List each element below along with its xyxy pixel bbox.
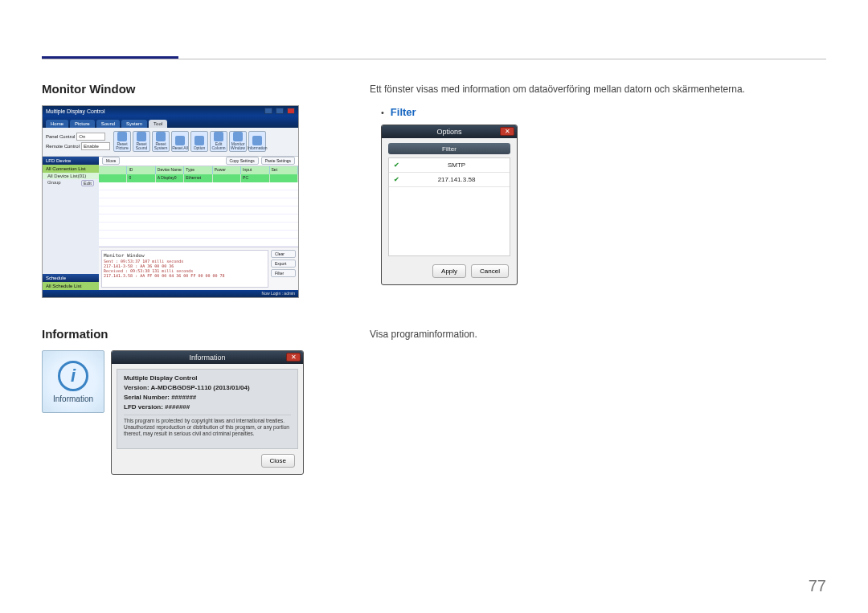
monitor-window-desc: Ett fönster visas med information om dat… (370, 82, 826, 96)
monitor-window-heading: Monitor Window (42, 82, 363, 96)
sidebar-header-schedule: Schedule (43, 274, 99, 282)
option-button[interactable]: Option (190, 131, 208, 152)
table-row[interactable]: 0 A Display0 Ethernet PC (99, 174, 298, 182)
info-serial: Serial Number: ####### (124, 394, 291, 401)
reset-picture-icon (117, 132, 127, 141)
list-item[interactable]: ✔ SMTP (389, 158, 510, 173)
panel-control-label: Panel Control (46, 134, 75, 139)
tab-system[interactable]: System (121, 120, 147, 128)
paste-settings-button[interactable]: Paste Settings (261, 157, 295, 165)
info-icon (252, 136, 262, 145)
gear-icon (194, 136, 204, 145)
table-header-row: ID Device Name Type Power Input Set (99, 166, 298, 174)
maximize-icon[interactable] (276, 108, 284, 114)
cancel-button[interactable]: Cancel (471, 264, 509, 278)
sidebar-group: Group Edit (43, 179, 99, 187)
reset-system-icon (156, 132, 166, 141)
tab-sound[interactable]: Sound (96, 120, 120, 128)
options-dialog: Options ✕ Filter ✔ SMTP ✔ 217.141.3.58 A… (381, 125, 518, 285)
mdc-sidebar: LFD Device All Connection List All Devic… (43, 157, 99, 290)
mdc-tabs: Home Picture Sound System Tool (43, 116, 298, 127)
options-subtitle: Filter (388, 143, 510, 154)
options-list: ✔ SMTP ✔ 217.141.3.58 (388, 157, 510, 256)
information-tile[interactable]: i Information (42, 350, 104, 413)
sidebar-all-schedule[interactable]: All Schedule List (43, 282, 99, 290)
close-icon[interactable]: ✕ (500, 127, 514, 136)
options-titlebar: Options ✕ (382, 125, 517, 138)
mdc-window-controls (263, 108, 295, 115)
monitor-window-button[interactable]: Monitor Window (229, 131, 247, 152)
mdc-device-table: ID Device Name Type Power Input Set 0 A … (99, 166, 298, 247)
reset-sound-button[interactable]: Reset Sound (133, 131, 150, 152)
information-button[interactable]: Information (248, 131, 266, 152)
list-item[interactable]: ✔ 217.141.3.58 (389, 173, 510, 187)
info-version: Version: A-MDCBGDSP-1110 (2013/01/04) (124, 384, 291, 391)
filter-button[interactable]: Filter (271, 269, 296, 277)
information-dialog-title: Information ✕ (112, 351, 303, 364)
reset-sound-icon (137, 132, 146, 141)
mdc-app-title: Multiple Display Control (46, 108, 105, 114)
reset-all-button[interactable]: Reset All (171, 131, 189, 152)
info-product: Multiple Display Control (124, 374, 291, 382)
mdc-app-screenshot: Multiple Display Control Home Picture So… (42, 105, 299, 298)
mdc-toolbar: Panel Control On Remote Control Enable R… (43, 128, 298, 157)
edit-column-icon (214, 132, 223, 141)
sidebar-device-count[interactable]: All Device List(01) (43, 173, 99, 179)
filter-label: Filter (391, 106, 416, 118)
reset-picture-button[interactable]: Reset Picture (113, 131, 131, 152)
information-tile-caption: Information (53, 394, 93, 403)
monitor-icon (233, 132, 243, 141)
edit-column-button[interactable]: Edit Column (210, 131, 227, 152)
sidebar-header-lfd: LFD Device (43, 157, 99, 165)
sidebar-all-connection[interactable]: All Connection List (43, 165, 99, 173)
mdc-monitor-panel: Monitor Window Sent : 09:53:37 107 milli… (99, 247, 298, 290)
information-dialog: Information ✕ Multiple Display Control V… (111, 350, 304, 475)
info-legal: This program is protected by copyright l… (124, 415, 291, 437)
information-heading: Information (42, 327, 363, 341)
info-lfd: LFD version: ####### (124, 403, 291, 411)
copy-settings-button[interactable]: Copy Settings (226, 157, 259, 165)
clear-button[interactable]: Clear (271, 250, 296, 258)
export-button[interactable]: Export (271, 260, 296, 268)
minimize-icon[interactable] (264, 108, 272, 114)
table-empty-grid (99, 182, 298, 247)
tab-picture[interactable]: Picture (70, 120, 95, 128)
close-button[interactable]: Close (261, 454, 295, 468)
reset-system-button[interactable]: Reset System (152, 131, 170, 152)
check-icon: ✔ (389, 176, 403, 183)
close-icon[interactable]: ✕ (286, 353, 301, 362)
monitor-log: Monitor Window Sent : 09:53:37 107 milli… (101, 250, 268, 288)
remote-control-label: Remote Control (46, 144, 80, 149)
header-divider (42, 59, 826, 59)
remote-control-select[interactable]: Enable (81, 142, 110, 150)
mdc-status-bar: Now Login : admin (43, 290, 298, 297)
tab-home[interactable]: Home (46, 120, 68, 128)
close-icon[interactable] (287, 108, 295, 114)
mdc-titlebar: Multiple Display Control (43, 106, 298, 116)
sidebar-edit-button[interactable]: Edit (81, 180, 94, 186)
mdc-tool-buttons: Reset Picture Reset Sound Reset System R… (113, 131, 266, 152)
mdc-action-bar: Move Copy Settings Paste Settings (99, 157, 298, 166)
reset-all-icon (175, 136, 185, 145)
bullet-dot: • (381, 108, 384, 117)
panel-control-select[interactable]: On (76, 133, 105, 141)
check-icon: ✔ (389, 161, 403, 169)
tab-tool[interactable]: Tool (149, 120, 167, 128)
info-icon: i (58, 361, 88, 391)
page-number: 77 (809, 577, 826, 595)
apply-button[interactable]: Apply (432, 264, 466, 278)
move-button[interactable]: Move (102, 157, 120, 165)
information-desc: Visa programinformation. (370, 327, 826, 341)
